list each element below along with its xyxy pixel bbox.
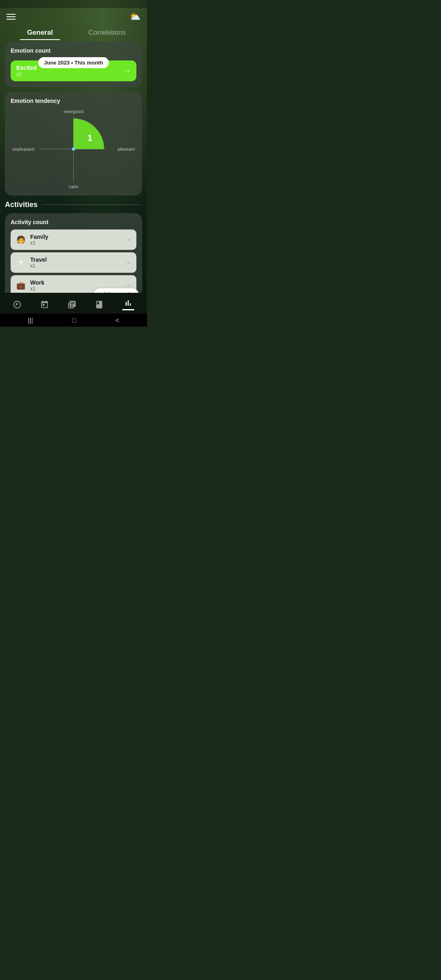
main-scroll: Emotion count June 2023 • This month Exc… [0,42,147,293]
emotion-name: Excited [16,65,37,71]
emotion-row: June 2023 • This month Excited x1 → [11,60,136,81]
activities-title: Activities [5,200,38,209]
system-nav: ||| □ < [0,314,147,327]
family-icon: 🧑 [16,235,26,244]
weather-icon: ⛅ [129,11,140,22]
activity-count-title: Activity count [11,219,136,225]
emotion-tendency-title: Emotion tendency [11,98,136,104]
activities-divider [42,205,142,205]
label-pleasant: pleasant [118,147,135,151]
activity-name-work: Work [30,279,121,286]
activity-count-family: x1 [30,240,121,246]
nav-items [0,297,147,312]
emotion-tendency-card: Emotion tendency energized calm unpleasa… [5,92,142,196]
activity-name-family: Family [30,234,121,240]
book-icon [95,300,104,309]
nav-item-book[interactable] [91,298,108,311]
emotion-count-title: Emotion count [11,47,136,54]
travel-icon: ✈ [16,258,26,267]
svg-text:1: 1 [87,133,92,143]
activity-count-card: Activity count 🧑 Family x1 → ✈ Travel x1… [5,213,142,293]
activity-item-family[interactable]: 🧑 Family x1 → [11,229,136,250]
recent-apps-button[interactable]: ||| [28,317,33,324]
nav-item-stats[interactable] [118,297,138,312]
menu-button[interactable] [7,14,16,20]
label-unpleasant: unpleasant [12,147,34,151]
tab-bar: General Correlations [0,25,147,40]
quadrant-chart: energized calm unpleasant pleasant 1 [11,108,136,190]
nav-active-indicator [122,309,134,310]
quadrant-svg: 1 [37,112,110,186]
emotion-arrow-icon: → [123,67,131,75]
activity-count-travel: x1 [30,263,121,269]
label-energized: energized [64,109,83,114]
nav-item-journal[interactable] [63,298,80,311]
journal-icon [67,300,76,309]
date-pill-text: June 2023 • This month [44,60,103,66]
tab-general[interactable]: General [7,25,74,40]
nav-item-explore[interactable] [9,298,26,311]
date-pill[interactable]: June 2023 • This month [38,57,109,68]
activity-item-travel[interactable]: ✈ Travel x1 → [11,252,136,273]
status-bar [0,0,147,8]
bottom-nav [0,293,147,314]
home-button[interactable]: □ [72,317,76,324]
activity-info-family: Family x1 [30,234,121,246]
label-calm: calm [69,184,78,189]
back-button[interactable]: < [116,317,119,324]
tab-correlations[interactable]: Correlations [74,25,140,40]
activities-section-header: Activities [5,200,142,209]
compass-icon [13,300,22,309]
emotion-count-value: x1 [16,71,37,77]
this-month-tooltip[interactable]: This month [94,288,139,293]
svg-point-3 [72,147,75,151]
calendar-icon [40,300,49,309]
activity-info-travel: Travel x1 [30,256,121,269]
family-arrow-icon: → [125,236,131,243]
nav-item-calendar[interactable] [36,298,53,311]
top-bar: ⛅ [0,8,147,25]
travel-arrow-icon: → [125,259,131,266]
emotion-count-card: Emotion count June 2023 • This month Exc… [5,42,142,87]
stats-icon [124,298,133,307]
activity-name-travel: Travel [30,256,121,263]
work-icon: 💼 [16,281,26,290]
